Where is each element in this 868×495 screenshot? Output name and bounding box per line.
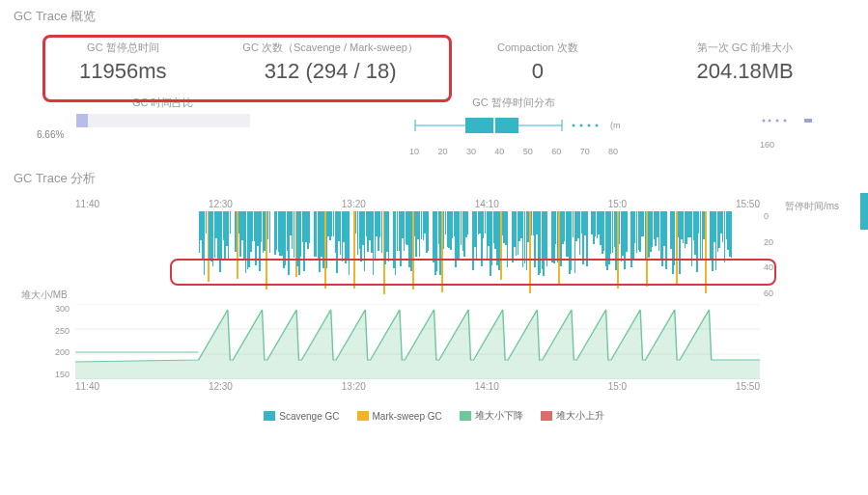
boxplot-svg: (ms) — [407, 114, 620, 143]
stat-gc-count: GC 次数（Scavenge / Mark-sweep） 312 (294 / … — [227, 33, 434, 92]
stat-label: GC 次数（Scavenge / Mark-sweep） — [231, 41, 431, 55]
stat-compaction: Compaction 次数 0 — [434, 33, 642, 92]
legend-label: Scavenge GC — [279, 411, 339, 422]
gc-chart: 暂停时间/ms 0 20 40 60 — [19, 211, 849, 298]
legend: Scavenge GC Mark-sweep GC 堆大小下降 堆大小上升 — [0, 401, 868, 430]
gc-bars — [75, 211, 760, 298]
tick: 15:50 — [736, 199, 760, 209]
stats-row: GC 暂停总时间 11956ms GC 次数（Scavenge / Mark-s… — [0, 33, 868, 92]
tick: 30 — [466, 147, 476, 156]
legend-label: 堆大小上升 — [556, 409, 604, 423]
scatter-block: 160 — [721, 96, 849, 156]
svg-point-12 — [775, 120, 778, 123]
tick: 150 — [37, 370, 70, 379]
gc-ratio-text: 6.66% — [37, 129, 306, 140]
tick: 0 — [764, 211, 798, 221]
svg-point-5 — [573, 124, 575, 127]
swatch-icon — [541, 411, 552, 421]
stat-label: GC 暂停总时间 — [23, 41, 223, 55]
tick: 12:30 — [209, 199, 233, 209]
chart-area: 11:40 12:30 13:20 14:10 15:0 15:50 暂停时间/… — [19, 199, 849, 401]
svg-point-10 — [762, 120, 765, 123]
heap-sawtooth — [75, 304, 760, 379]
stat-label: Compaction 次数 — [438, 41, 638, 55]
tick: 14:10 — [475, 199, 499, 209]
svg-rect-14 — [804, 119, 812, 123]
gc-ratio-label: GC 时间占比 — [19, 96, 306, 110]
gc-y-axis: 0 20 40 60 — [764, 211, 798, 298]
gc-ratio-block: GC 时间占比 6.66% — [19, 96, 306, 156]
tick: 15:0 — [608, 199, 627, 209]
swatch-icon — [357, 411, 369, 421]
sub-row: GC 时间占比 6.66% GC 暂停时间分布 (ms) 10 20 30 40 — [0, 92, 868, 156]
legend-heap-up[interactable]: 堆大小上升 — [541, 409, 604, 423]
scatter-label — [721, 96, 849, 107]
svg-point-11 — [768, 120, 770, 123]
timeline-bottom: 11:40 12:30 13:20 14:10 15:0 15:50 — [19, 381, 849, 392]
svg-point-7 — [588, 124, 591, 127]
heap-axis-label: 堆大小/MB — [21, 289, 68, 302]
svg-rect-1 — [465, 118, 518, 133]
legend-scavenge[interactable]: Scavenge GC — [264, 409, 339, 423]
legend-heap-down[interactable]: 堆大小下降 — [460, 409, 523, 423]
pause-dist-block: GC 暂停时间分布 (ms) 10 20 30 40 50 60 70 80 — [306, 96, 721, 156]
tick: 10 — [409, 147, 419, 156]
mini-scatter: 160 — [756, 111, 814, 150]
overview-title: GC Trace 概览 — [0, 0, 868, 33]
tick: 60 — [764, 289, 798, 298]
tick: 60 — [551, 147, 561, 156]
tick: 20 — [438, 147, 448, 156]
tick: 15:0 — [608, 381, 627, 392]
tick: 50 — [523, 147, 533, 156]
analysis-title: GC Trace 分析 — [0, 156, 868, 195]
tick: 11:40 — [75, 381, 99, 392]
gc-ratio-fill — [76, 114, 88, 127]
pause-dist-label: GC 暂停时间分布 — [306, 96, 721, 110]
tick: 13:20 — [342, 381, 366, 392]
tick: 15:50 — [736, 381, 760, 392]
tick: 11:40 — [75, 199, 99, 209]
svg-point-8 — [596, 124, 599, 127]
heap-chart: 堆大小/MB 300 250 200 150 — [19, 304, 849, 379]
tick: 14:10 — [475, 381, 499, 392]
boxplot-ticks: 10 20 30 40 50 60 70 80 — [407, 147, 620, 156]
stat-value: 204.18MB — [645, 59, 845, 84]
tick: 12:30 — [209, 381, 233, 392]
stat-label: 第一次 GC 前堆大小 — [645, 41, 845, 55]
tick: 200 — [37, 347, 70, 357]
tick: 20 — [764, 237, 798, 247]
stat-value: 11956ms — [23, 59, 223, 84]
legend-marksweep[interactable]: Mark-sweep GC — [357, 409, 442, 423]
tick: 70 — [580, 147, 590, 156]
tick: 40 — [494, 147, 504, 156]
svg-text:(ms): (ms) — [610, 121, 620, 130]
svg-point-13 — [783, 120, 786, 123]
timeline-top: 11:40 12:30 13:20 14:10 15:0 15:50 — [19, 199, 849, 209]
boxplot: (ms) 10 20 30 40 50 60 70 80 — [407, 114, 620, 156]
side-indicator — [860, 193, 868, 230]
tick: 300 — [37, 304, 70, 314]
tick: 250 — [37, 326, 70, 336]
stat-value: 312 (294 / 18) — [231, 59, 431, 84]
swatch-icon — [460, 411, 471, 421]
gc-ratio-bar — [76, 114, 250, 127]
svg-point-6 — [580, 124, 583, 127]
swatch-icon — [264, 411, 275, 421]
stat-value: 0 — [438, 59, 638, 84]
stat-pause-total: GC 暂停总时间 11956ms — [19, 33, 227, 92]
heap-y-axis: 300 250 200 150 — [37, 304, 70, 379]
legend-label: 堆大小下降 — [475, 409, 523, 423]
tick: 13:20 — [342, 199, 366, 209]
stat-first-heap: 第一次 GC 前堆大小 204.18MB — [641, 33, 849, 92]
tick: 40 — [764, 262, 798, 272]
legend-label: Mark-sweep GC — [373, 411, 442, 422]
tick: 160 — [760, 140, 774, 150]
tick: 80 — [608, 147, 618, 156]
